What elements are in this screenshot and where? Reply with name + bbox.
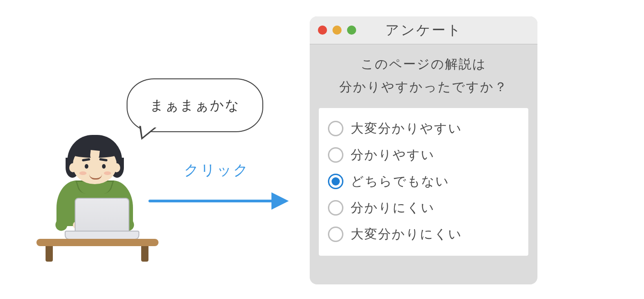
person-cheek-right (104, 171, 111, 175)
person-eye-right (102, 164, 106, 169)
survey-question-line2: 分かりやすかったですか？ (314, 76, 533, 98)
survey-option-1[interactable]: 分かりやすい (325, 142, 522, 168)
person-cheek-left (79, 171, 87, 175)
speech-bubble-text: まぁまぁかな (150, 96, 240, 115)
radio-icon[interactable] (328, 174, 343, 189)
window-title: アンケート (385, 21, 462, 40)
window-titlebar: アンケート (310, 16, 537, 45)
radio-icon[interactable] (328, 121, 343, 136)
minimize-icon[interactable] (332, 26, 342, 35)
person-illustration (26, 131, 162, 268)
arrow-line (148, 200, 274, 202)
survey-question-line1: このページの解説は (314, 53, 533, 76)
radio-icon[interactable] (328, 227, 343, 242)
survey-options: 大変分かりやすい分かりやすいどちらでもない分かりにくい大変分かりにくい (319, 108, 528, 256)
close-icon[interactable] (318, 26, 327, 35)
zoom-icon[interactable] (347, 26, 356, 35)
desk-leg-left (46, 246, 53, 262)
survey-window: アンケート このページの解説は 分かりやすかったですか？ 大変分かりやすい分かり… (310, 16, 537, 284)
survey-option-label: 分かりやすい (351, 146, 435, 164)
speech-bubble: まぁまぁかな (127, 78, 263, 132)
desk-top (36, 239, 158, 246)
survey-question: このページの解説は 分かりやすかったですか？ (310, 45, 537, 104)
laptop-base (65, 231, 139, 240)
survey-option-0[interactable]: 大変分かりやすい (325, 115, 522, 142)
diagram-stage: まぁまぁかな クリック アンケート このページの解説は 分かりやすかったですか？… (0, 0, 644, 299)
arrow-icon (148, 187, 294, 214)
traffic-light-controls (318, 16, 356, 44)
survey-option-2[interactable]: どちらでもない (325, 168, 522, 195)
survey-option-label: 大変分かりにくい (351, 226, 462, 243)
survey-option-3[interactable]: 分かりにくい (325, 195, 522, 221)
survey-option-label: 大変分かりやすい (351, 120, 462, 137)
survey-option-4[interactable]: 大変分かりにくい (325, 221, 522, 247)
radio-icon[interactable] (328, 200, 343, 216)
survey-option-label: 分かりにくい (351, 199, 435, 217)
desk-leg-right (141, 246, 148, 262)
radio-icon[interactable] (328, 147, 343, 163)
laptop-screen (75, 198, 129, 232)
person-eye-left (85, 164, 88, 169)
arrow-label: クリック (184, 160, 250, 180)
person-fringe (73, 144, 117, 158)
survey-option-label: どちらでもない (351, 173, 450, 190)
arrow-head (271, 192, 289, 210)
